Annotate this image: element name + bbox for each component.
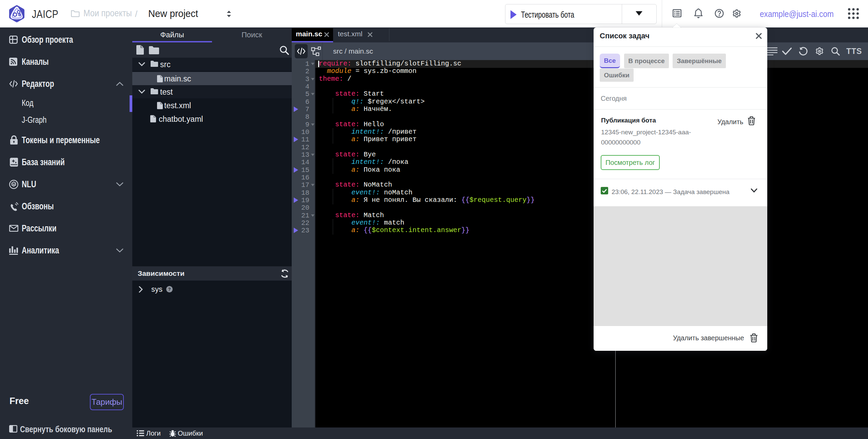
svg-text:?: ? [168, 287, 171, 292]
